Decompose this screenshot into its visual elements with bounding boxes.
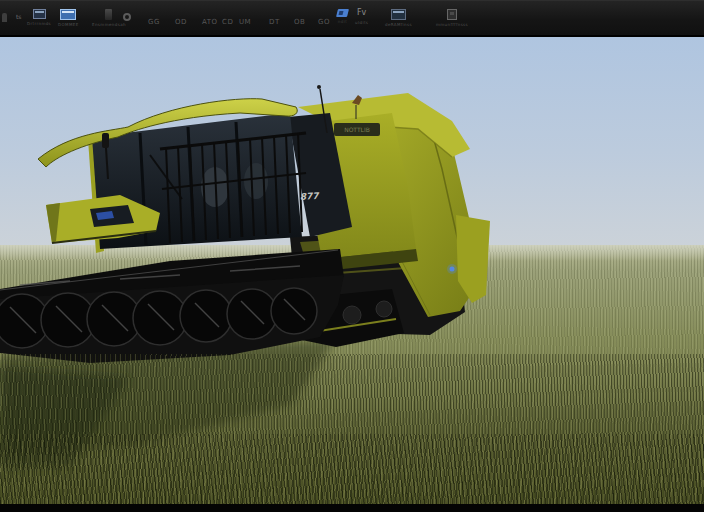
blue-flag-icon bbox=[336, 9, 349, 17]
toolbar-button-label: Ensmmendsah bbox=[92, 22, 126, 27]
toolbar-button-user[interactable] bbox=[2, 13, 7, 22]
foreground-grass-near bbox=[0, 434, 704, 504]
toolbar-text-button[interactable]: ATO bbox=[202, 18, 218, 26]
toolbar-text-button[interactable]: OD bbox=[175, 18, 187, 26]
toolbar-button-label: DOMMEE bbox=[58, 22, 79, 27]
beacon-light bbox=[447, 264, 457, 274]
toolbar-text-button[interactable]: UM bbox=[239, 18, 251, 26]
grid-panel-icon bbox=[447, 9, 457, 20]
brand-plate-text: NOTTLIB bbox=[344, 126, 370, 133]
toolbar-button-monitor[interactable]: deRAMfinss bbox=[385, 9, 412, 27]
toolbar-text-button[interactable]: GO bbox=[318, 18, 330, 26]
toolbar-button-label: uldits bbox=[355, 20, 368, 25]
window-panel-icon bbox=[33, 9, 46, 19]
toolbar-button-tool[interactable]: ts bbox=[16, 13, 21, 21]
toolbar-button-label: Drtrrnmds bbox=[27, 21, 51, 26]
circle-icon bbox=[123, 13, 131, 21]
model-badge: 877 bbox=[299, 191, 320, 202]
toolbar-button-panel[interactable]: Drtrrnmds bbox=[27, 9, 51, 26]
person-icon bbox=[2, 13, 7, 22]
top-toolbar: ts Drtrrnmds DOMMEE Ensmmendsah GG OD AT… bbox=[0, 0, 704, 37]
toolbar-text-button[interactable]: OB bbox=[294, 18, 305, 26]
toolbar-button-label: ndit bbox=[338, 19, 347, 24]
tool-glyph-icon: ts bbox=[16, 13, 21, 21]
toolbar-button-flag[interactable]: ndit bbox=[337, 9, 348, 24]
toolbar-text-button[interactable]: GG bbox=[148, 18, 160, 26]
toolbar-button-structure[interactable]: Ensmmendsah bbox=[92, 9, 126, 27]
toolbar-button-label: mmunffffnsss bbox=[436, 22, 468, 27]
console-window-icon bbox=[60, 9, 76, 20]
toolbar-button-grid[interactable]: mmunffffnsss bbox=[436, 9, 468, 27]
toolbar-text-button[interactable]: DT bbox=[269, 18, 280, 26]
toolbar-text-button[interactable]: CD bbox=[222, 18, 233, 26]
toolbar-button-label: deRAMfinss bbox=[385, 22, 412, 27]
monitor-window-icon bbox=[391, 9, 406, 20]
toolbar-button-circle[interactable] bbox=[123, 13, 131, 21]
toolbar-button-effects[interactable]: Fv uldits bbox=[355, 8, 368, 25]
app-window: ts Drtrrnmds DOMMEE Ensmmendsah GG OD AT… bbox=[0, 0, 704, 512]
bottom-bar bbox=[0, 504, 704, 512]
effects-glyph-icon: Fv bbox=[357, 8, 366, 18]
3d-viewport[interactable]: NOTTLIB 877 bbox=[0, 37, 704, 504]
toolbar-button-console[interactable]: DOMMEE bbox=[58, 9, 79, 27]
structure-icon bbox=[105, 9, 112, 20]
brand-plate: NOTTLIB bbox=[334, 123, 380, 136]
